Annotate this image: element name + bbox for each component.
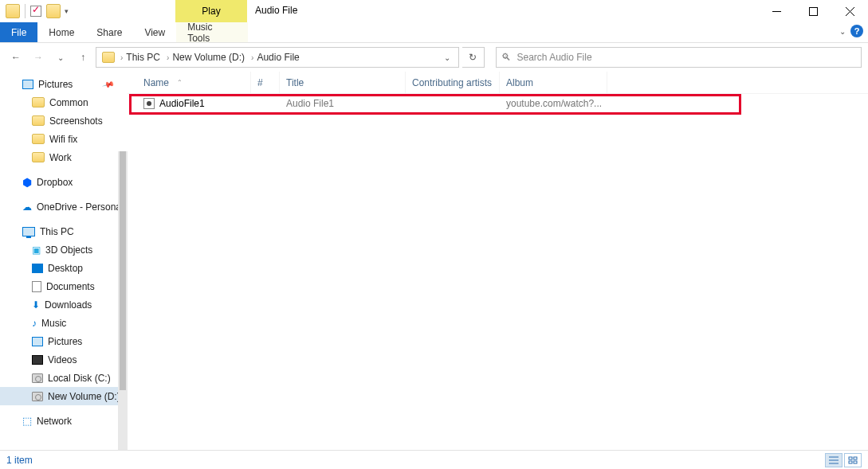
breadcrumb-leaf[interactable]: Audio File xyxy=(257,52,299,63)
pictures-icon xyxy=(22,80,33,89)
nav-up-button[interactable]: ↑ xyxy=(73,48,92,67)
network-icon: ⬚ xyxy=(22,415,32,427)
properties-icon[interactable] xyxy=(30,6,41,17)
svg-rect-9 xyxy=(849,461,852,463)
file-list-pane: Name⌃ # Title Contributing artists Album… xyxy=(128,72,868,450)
sidebar-item-pictures2[interactable]: Pictures xyxy=(0,332,128,350)
item-count: 1 item xyxy=(6,455,33,466)
sidebar-item-newvolume[interactable]: New Volume (D:) xyxy=(0,387,128,405)
folder-icon xyxy=(32,152,45,162)
status-bar: 1 item xyxy=(0,450,868,469)
column-name[interactable]: Name⌃ xyxy=(137,72,251,93)
scrollbar-thumb[interactable] xyxy=(120,151,126,390)
sidebar-item-videos[interactable]: Videos xyxy=(0,350,128,369)
desktop-icon xyxy=(32,264,43,273)
qat-dropdown-icon[interactable]: ▾ xyxy=(65,7,69,15)
view-details-button[interactable] xyxy=(825,453,842,467)
sidebar-item-thispc[interactable]: This PC xyxy=(0,222,128,240)
separator xyxy=(25,4,26,18)
ribbon-expand-icon[interactable]: ⌄ xyxy=(839,27,846,36)
close-button[interactable] xyxy=(831,0,868,22)
quick-access-toolbar: ▾ xyxy=(0,0,72,22)
file-album: youtube.com/watch?... xyxy=(500,98,607,109)
view-large-button[interactable] xyxy=(844,453,862,467)
folder-icon xyxy=(32,97,45,107)
sidebar-item-music[interactable]: ♪Music xyxy=(0,314,128,332)
dropbox-icon: ⬢ xyxy=(22,176,32,189)
folder-icon xyxy=(102,52,115,63)
sidebar-item-documents[interactable]: Documents xyxy=(0,277,128,295)
audio-file-icon xyxy=(143,98,155,109)
pictures-icon xyxy=(32,337,43,346)
tab-music-tools[interactable]: Music Tools xyxy=(176,22,248,42)
videos-icon xyxy=(32,355,43,365)
music-icon: ♪ xyxy=(32,318,37,329)
address-bar[interactable]: ›This PC ›New Volume (D:) ›Audio File ⌄ xyxy=(96,47,459,68)
svg-rect-7 xyxy=(849,457,852,459)
folder-icon[interactable] xyxy=(6,4,20,18)
breadcrumb-volume[interactable]: New Volume (D:) xyxy=(172,52,245,63)
sidebar-item-work[interactable]: Work xyxy=(0,148,128,166)
address-dropdown-icon[interactable]: ⌄ xyxy=(439,53,455,62)
sidebar-item-screenshots[interactable]: Screenshots xyxy=(0,111,128,130)
pin-icon: 📌 xyxy=(102,78,115,91)
thispc-icon xyxy=(22,227,35,236)
sort-indicator-icon: ⌃ xyxy=(177,79,183,86)
minimize-button[interactable] xyxy=(758,0,795,22)
file-row[interactable]: AudioFile1 Audio File1 youtube.com/watch… xyxy=(128,94,868,113)
context-tab-label: Play xyxy=(175,6,247,17)
refresh-button[interactable]: ↻ xyxy=(462,47,485,68)
maximize-button[interactable] xyxy=(795,0,831,22)
folder-icon xyxy=(32,134,45,144)
help-icon[interactable]: ? xyxy=(850,25,863,37)
search-input[interactable]: 🔍︎ Search Audio File xyxy=(496,47,862,68)
sidebar-item-downloads[interactable]: ⬇Downloads xyxy=(0,295,128,314)
sidebar-item-localc[interactable]: Local Disk (C:) xyxy=(0,369,128,387)
column-number[interactable]: # xyxy=(251,72,280,93)
svg-rect-1 xyxy=(809,7,817,15)
window-title: Audio File xyxy=(247,0,305,22)
tab-file[interactable]: File xyxy=(0,22,37,42)
tab-view[interactable]: View xyxy=(133,22,176,42)
sidebar-item-wifi[interactable]: Wifi fix xyxy=(0,130,128,148)
disk-icon xyxy=(32,373,43,383)
nav-recent-dropdown[interactable]: ⌄ xyxy=(51,48,70,67)
tab-share[interactable]: Share xyxy=(85,22,133,42)
nav-back-button[interactable]: ← xyxy=(6,48,26,67)
column-title[interactable]: Title xyxy=(280,72,406,93)
nav-forward-button[interactable]: → xyxy=(29,48,48,67)
tab-home[interactable]: Home xyxy=(37,22,85,42)
folder-icon xyxy=(32,115,45,126)
sidebar-item-dropbox[interactable]: ⬢Dropbox xyxy=(0,173,128,191)
onedrive-icon: ☁ xyxy=(22,201,32,213)
sidebar-item-network[interactable]: ⬚Network xyxy=(0,412,128,430)
navigation-pane[interactable]: Pictures📌 Common Screenshots Wifi fix Wo… xyxy=(0,72,128,450)
file-title: Audio File1 xyxy=(280,98,406,109)
sidebar-item-desktop[interactable]: Desktop xyxy=(0,259,128,277)
documents-icon xyxy=(32,281,41,292)
new-folder-icon[interactable] xyxy=(46,4,61,18)
sidebar-item-pictures[interactable]: Pictures📌 xyxy=(0,75,128,93)
svg-rect-8 xyxy=(854,457,857,459)
sidebar-item-common[interactable]: Common xyxy=(0,93,128,111)
contextual-tab-header: Play xyxy=(175,0,247,22)
disk-icon xyxy=(32,392,43,401)
search-placeholder: Search Audio File xyxy=(517,52,592,63)
column-contributing[interactable]: Contributing artists xyxy=(406,72,500,93)
svg-rect-10 xyxy=(854,461,857,463)
downloads-icon: ⬇ xyxy=(32,299,40,311)
breadcrumb-root[interactable]: This PC xyxy=(126,52,160,63)
column-album[interactable]: Album xyxy=(500,72,607,93)
column-headers: Name⌃ # Title Contributing artists Album xyxy=(128,72,868,94)
search-icon: 🔍︎ xyxy=(501,52,511,63)
3d-icon: ▣ xyxy=(32,244,41,256)
file-name: AudioFile1 xyxy=(159,98,205,109)
sidebar-item-3dobjects[interactable]: ▣3D Objects xyxy=(0,240,128,259)
sidebar-item-onedrive[interactable]: ☁OneDrive - Personal xyxy=(0,197,128,216)
